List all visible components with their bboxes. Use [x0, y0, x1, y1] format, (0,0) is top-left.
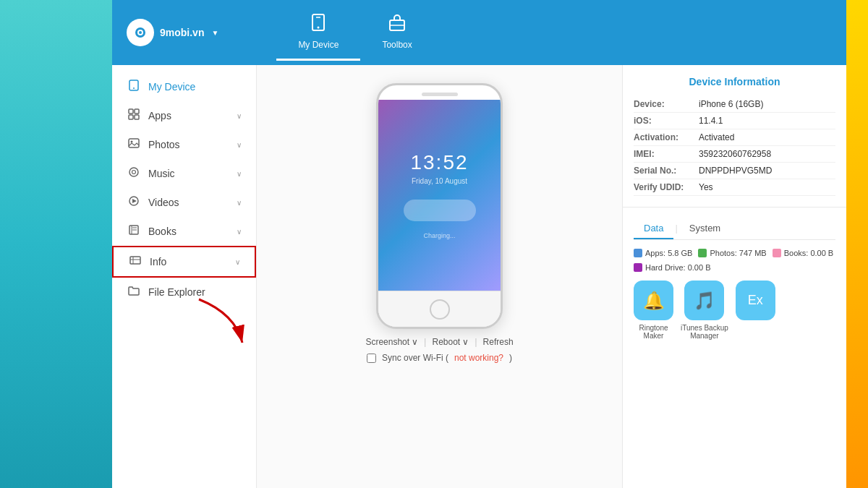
my-device-sidebar-icon	[127, 80, 141, 94]
nav-my-device[interactable]: My Device	[276, 4, 360, 61]
phone-home-area	[378, 291, 501, 327]
main-content-area: 13:52 Friday, 10 August Charging... Scre…	[257, 65, 622, 488]
books-icon	[127, 224, 141, 239]
right-panel: Device Information Device: iPhone 6 (16G…	[622, 65, 846, 488]
svg-rect-11	[135, 109, 139, 114]
hard-drive-legend-label: Hard Drive: 0.00 B	[645, 263, 710, 272]
phone-mockup: 13:52 Friday, 10 August Charging...	[376, 83, 503, 329]
logo-icon	[127, 19, 154, 46]
tab-system[interactable]: System	[679, 218, 731, 239]
phone-time: 13:52	[410, 151, 468, 174]
apps-legend-dot	[634, 249, 642, 257]
sidebar-item-music[interactable]: Music ∨	[112, 159, 256, 188]
device-info-title: Device Information	[634, 76, 835, 87]
device-info-table: Device: iPhone 6 (16GB) iOS: 11.4.1 Acti…	[634, 96, 835, 196]
videos-icon	[127, 195, 141, 210]
action-sep-2: |	[475, 336, 477, 347]
tab-separator: |	[673, 218, 678, 239]
photos-legend-label: Photos: 747 MB	[710, 249, 766, 257]
device-info-row-udid: Verify UDID: Yes	[634, 179, 835, 196]
tab-data[interactable]: Data	[634, 218, 673, 239]
sidebar-item-my-device[interactable]: My Device	[112, 72, 256, 101]
sidebar-my-device-label: My Device	[148, 81, 242, 93]
toolbox-item-ringtone[interactable]: 🔔 RingtoneMaker	[634, 281, 673, 340]
right-decorative-strip	[846, 0, 868, 488]
phone-charging-text: Charging...	[423, 232, 455, 239]
screenshot-button[interactable]: Screenshot ∨	[365, 337, 418, 347]
sidebar: My Device Apps ∨	[112, 65, 257, 488]
logo-dropdown-icon[interactable]: ▼	[211, 29, 218, 37]
device-info-row-ios: iOS: 11.4.1	[634, 113, 835, 129]
svg-point-15	[131, 141, 133, 143]
ringtone-maker-label: RingtoneMaker	[639, 324, 668, 340]
sidebar-item-info[interactable]: Info ∨	[112, 246, 256, 278]
udid-value: Yes	[699, 182, 835, 192]
file-explorer-icon	[127, 285, 141, 299]
music-sidebar-icon	[128, 166, 140, 178]
serial-label: Serial No.:	[634, 166, 699, 176]
svg-rect-13	[135, 115, 139, 119]
apps-grid-icon	[128, 108, 140, 120]
svg-point-16	[129, 168, 138, 176]
music-icon	[127, 166, 141, 181]
sidebar-info-label: Info	[150, 256, 228, 267]
toolbox-item-itunes[interactable]: 🎵 iTunes BackupManager	[681, 281, 728, 340]
books-legend-label: Books: 0.00 B	[784, 249, 834, 257]
sidebar-photos-label: Photos	[148, 139, 229, 150]
sidebar-item-apps[interactable]: Apps ∨	[112, 101, 256, 130]
sync-checkbox[interactable]	[367, 354, 376, 363]
app-logo[interactable]: 9mobi.vn ▼	[112, 19, 233, 46]
toolbox-item-extra[interactable]: Ex	[736, 281, 775, 340]
udid-label: Verify UDID:	[634, 182, 699, 192]
activation-value: Activated	[699, 132, 835, 142]
photos-icon	[127, 137, 141, 152]
phone-speaker	[422, 93, 458, 96]
sidebar-item-photos[interactable]: Photos ∨	[112, 130, 256, 159]
photos-arrow-icon: ∨	[237, 141, 242, 149]
info-arrow-icon: ∨	[235, 258, 240, 266]
svg-point-5	[318, 27, 320, 29]
reboot-label: Reboot	[432, 337, 460, 347]
data-tabs: Data | System	[634, 218, 835, 240]
info-icon	[128, 254, 142, 269]
imei-value: 359232060762958	[699, 149, 835, 159]
svg-marker-19	[132, 199, 137, 203]
legend-photos: Photos: 747 MB	[698, 249, 766, 257]
screenshot-dropdown-icon: ∨	[412, 337, 418, 347]
sidebar-item-videos[interactable]: Videos ∨	[112, 188, 256, 217]
device-value: iPhone 6 (16GB)	[699, 99, 835, 109]
phone-actions: Screenshot ∨ | Reboot ∨ | Refresh	[365, 336, 513, 347]
nav-toolbox[interactable]: Toolbox	[360, 4, 433, 61]
device-icon	[309, 13, 328, 32]
itunes-backup-icon: 🎵	[684, 281, 724, 320]
svg-point-2	[139, 31, 142, 34]
imei-label: IMEI:	[634, 149, 699, 159]
sidebar-item-books[interactable]: Books ∨	[112, 217, 256, 246]
toolbox-icon	[388, 13, 407, 32]
itunes-backup-label: iTunes BackupManager	[681, 324, 728, 340]
refresh-button[interactable]: Refresh	[483, 337, 514, 347]
nav-my-device-label: My Device	[298, 40, 339, 50]
music-arrow-icon: ∨	[237, 170, 242, 178]
action-sep-1: |	[424, 336, 426, 347]
sync-end-text: )	[509, 353, 512, 363]
content-area: My Device Apps ∨	[112, 65, 846, 488]
legend-hard-drive: Hard Drive: 0.00 B	[634, 263, 710, 272]
reboot-button[interactable]: Reboot ∨	[432, 337, 469, 347]
reboot-dropdown-icon: ∨	[462, 337, 469, 347]
sidebar-item-file-explorer[interactable]: File Explorer	[112, 278, 256, 307]
sidebar-books-label: Books	[148, 226, 229, 237]
videos-sidebar-icon	[128, 195, 140, 207]
sidebar-music-label: Music	[148, 168, 229, 179]
ios-label: iOS:	[634, 116, 699, 126]
phone-container: 13:52 Friday, 10 August Charging...	[376, 83, 503, 329]
device-label: Device:	[634, 99, 699, 109]
serial-value: DNPPDHPVG5MD	[699, 166, 835, 176]
info-sidebar-icon	[129, 254, 141, 266]
folder-icon	[128, 285, 140, 296]
sync-not-working-link[interactable]: not working?	[454, 353, 503, 363]
app-name: 9mobi.vn	[160, 27, 204, 38]
top-navigation: My Device Toolbox	[276, 4, 433, 61]
legend-apps: Apps: 5.8 GB	[634, 249, 692, 257]
my-device-nav-icon	[309, 13, 328, 36]
